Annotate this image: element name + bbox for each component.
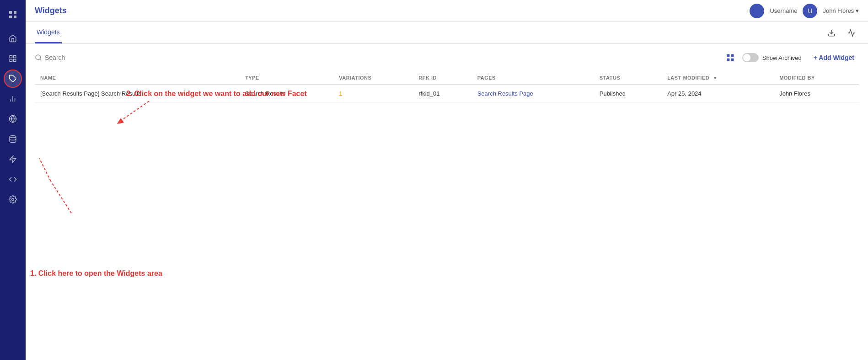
sidebar: [0, 0, 26, 360]
page-link[interactable]: Search Results Page: [477, 90, 533, 97]
header-right: Username U John Flores ▾: [750, 4, 859, 18]
search-bar-right: Show Archived + Add Widget: [726, 51, 859, 64]
svg-rect-7: [10, 59, 12, 62]
svg-rect-23: [731, 59, 734, 61]
cell-rfk-id: rfkid_01: [413, 85, 472, 103]
table-header-row: NAME TYPE VARIATIONS RFK ID PAGES STATUS…: [35, 71, 859, 85]
svg-line-19: [40, 59, 41, 60]
svg-rect-4: [10, 55, 12, 58]
svg-rect-20: [727, 54, 729, 57]
content-area: Show Archived + Add Widget NAME TYPE VAR…: [26, 44, 868, 360]
sub-header: Widgets: [26, 22, 868, 44]
svg-rect-21: [731, 54, 734, 57]
col-variations: VARIATIONS: [333, 71, 413, 85]
sub-header-actions: [824, 26, 859, 40]
svg-line-24: [119, 101, 149, 122]
svg-rect-3: [14, 16, 16, 18]
search-bar: Show Archived + Add Widget: [35, 51, 859, 64]
settings-icon[interactable]: [4, 190, 22, 209]
main-content: Widgets Username U John Flores ▾ Widgets: [26, 0, 868, 360]
plugin-icon[interactable]: [4, 150, 22, 168]
svg-point-16: [12, 199, 14, 201]
cell-type: Search Results: [240, 85, 333, 103]
grid-view-toggle[interactable]: [726, 53, 735, 62]
home-icon[interactable]: [4, 29, 22, 48]
breadcrumb-tabs: Widgets: [35, 22, 62, 43]
header-circle-avatar[interactable]: [750, 4, 764, 18]
svg-rect-0: [9, 11, 12, 14]
cell-variations: 1: [333, 85, 413, 103]
svg-marker-25: [117, 118, 124, 124]
widgets-icon[interactable]: [4, 70, 22, 88]
grid-icon[interactable]: [4, 5, 22, 24]
col-modified-by: MODIFIED BY: [774, 71, 859, 85]
col-status: STATUS: [594, 71, 662, 85]
page-title: Widgets: [35, 6, 67, 16]
svg-rect-6: [14, 59, 16, 62]
annotation-step1-text: 1. Click here to open the Widgets area: [30, 269, 162, 278]
widgets-table: NAME TYPE VARIATIONS RFK ID PAGES STATUS…: [35, 71, 859, 103]
database-icon[interactable]: [4, 130, 22, 148]
cell-modified-by: John Flores: [774, 85, 859, 103]
add-widget-button[interactable]: + Add Widget: [809, 51, 859, 64]
col-pages: PAGES: [472, 71, 594, 85]
svg-point-14: [10, 136, 16, 138]
search-input-wrapper: [35, 54, 163, 61]
search-input[interactable]: [45, 54, 136, 61]
svg-rect-2: [9, 16, 12, 18]
dashboard-icon[interactable]: [4, 49, 22, 68]
header-user-full-name[interactable]: John Flores ▾: [823, 7, 859, 14]
show-archived-label: Show Archived: [762, 54, 802, 61]
cell-last-modified: Apr 25, 2024: [662, 85, 774, 103]
header-username: Username: [770, 7, 797, 14]
svg-rect-5: [14, 55, 16, 58]
svg-marker-15: [10, 156, 16, 163]
svg-point-18: [36, 55, 41, 60]
svg-rect-1: [14, 11, 16, 14]
chart-icon[interactable]: [4, 90, 22, 108]
top-header: Widgets Username U John Flores ▾: [26, 0, 868, 22]
sort-arrow-icon: ▼: [713, 75, 718, 81]
cell-name: [Search Results Page] Search Results: [35, 85, 240, 103]
col-rfk-id: RFK ID: [413, 71, 472, 85]
table-row[interactable]: [Search Results Page] Search Results Sea…: [35, 85, 859, 103]
search-icon: [35, 54, 42, 61]
show-archived-wrapper: Show Archived: [742, 53, 802, 62]
show-archived-toggle[interactable]: [742, 53, 759, 62]
cell-pages: Search Results Page: [472, 85, 594, 103]
code-icon[interactable]: [4, 170, 22, 188]
col-type: TYPE: [240, 71, 333, 85]
svg-line-26: [51, 181, 71, 213]
svg-line-27: [39, 158, 51, 181]
download-icon[interactable]: [824, 26, 839, 40]
svg-rect-22: [727, 59, 729, 61]
breadcrumb-tab-widgets[interactable]: Widgets: [35, 22, 62, 43]
col-last-modified[interactable]: LAST MODIFIED ▼: [662, 71, 774, 85]
col-name: NAME: [35, 71, 240, 85]
chart-line-icon[interactable]: [844, 26, 859, 40]
globe-icon[interactable]: [4, 110, 22, 128]
cell-status: Published: [594, 85, 662, 103]
user-avatar[interactable]: U: [803, 4, 817, 18]
